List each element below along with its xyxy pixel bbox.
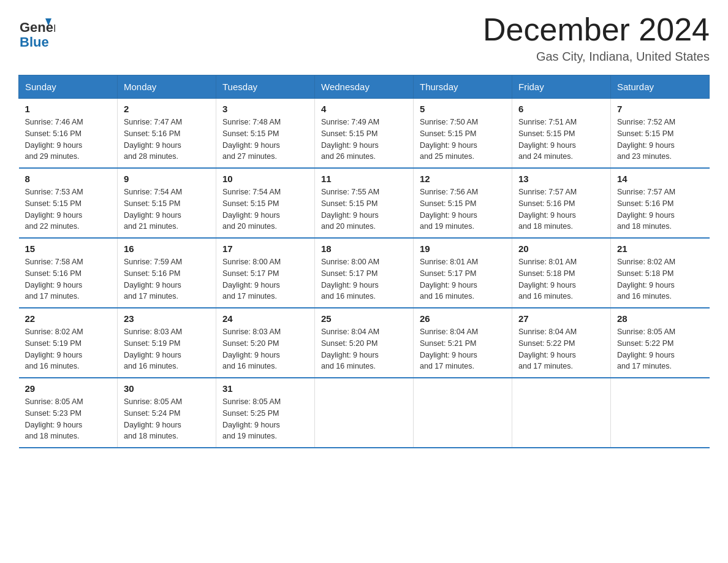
header-friday: Friday xyxy=(512,75,611,99)
month-title: December 2024 xyxy=(483,12,710,47)
day-info: Sunrise: 7:52 AM Sunset: 5:15 PM Dayligh… xyxy=(617,117,703,163)
calendar-cell: 13 Sunrise: 7:57 AM Sunset: 5:16 PM Dayl… xyxy=(512,168,611,238)
day-info: Sunrise: 8:00 AM Sunset: 5:17 PM Dayligh… xyxy=(321,256,407,302)
calendar-cell: 3 Sunrise: 7:48 AM Sunset: 5:15 PM Dayli… xyxy=(216,99,315,169)
calendar-cell: 4 Sunrise: 7:49 AM Sunset: 5:15 PM Dayli… xyxy=(315,99,414,169)
day-number: 9 xyxy=(124,174,210,184)
header-sunday: Sunday xyxy=(19,75,118,99)
week-row-1: 1 Sunrise: 7:46 AM Sunset: 5:16 PM Dayli… xyxy=(19,99,710,169)
day-number: 31 xyxy=(222,383,308,394)
day-number: 25 xyxy=(321,313,407,324)
week-row-5: 29 Sunrise: 8:05 AM Sunset: 5:23 PM Dayl… xyxy=(19,378,710,448)
day-info: Sunrise: 8:05 AM Sunset: 5:25 PM Dayligh… xyxy=(222,396,308,442)
calendar-cell: 20 Sunrise: 8:01 AM Sunset: 5:18 PM Dayl… xyxy=(512,238,611,308)
header-saturday: Saturday xyxy=(611,75,710,99)
day-info: Sunrise: 8:05 AM Sunset: 5:23 PM Dayligh… xyxy=(25,396,112,442)
day-info: Sunrise: 7:54 AM Sunset: 5:15 PM Dayligh… xyxy=(222,186,308,232)
day-number: 28 xyxy=(617,313,703,324)
calendar-cell: 10 Sunrise: 7:54 AM Sunset: 5:15 PM Dayl… xyxy=(216,168,315,238)
day-number: 19 xyxy=(420,243,506,254)
day-info: Sunrise: 8:04 AM Sunset: 5:21 PM Dayligh… xyxy=(420,326,506,372)
calendar-cell: 31 Sunrise: 8:05 AM Sunset: 5:25 PM Dayl… xyxy=(216,378,315,448)
calendar-cell: 9 Sunrise: 7:54 AM Sunset: 5:15 PM Dayli… xyxy=(118,168,216,238)
day-info: Sunrise: 7:53 AM Sunset: 5:15 PM Dayligh… xyxy=(25,186,112,232)
calendar-cell: 1 Sunrise: 7:46 AM Sunset: 5:16 PM Dayli… xyxy=(19,99,118,169)
week-row-4: 22 Sunrise: 8:02 AM Sunset: 5:19 PM Dayl… xyxy=(19,308,710,378)
day-number: 15 xyxy=(25,243,112,254)
calendar-cell: 8 Sunrise: 7:53 AM Sunset: 5:15 PM Dayli… xyxy=(19,168,118,238)
calendar-cell: 2 Sunrise: 7:47 AM Sunset: 5:16 PM Dayli… xyxy=(118,99,216,169)
day-number: 14 xyxy=(617,174,703,184)
day-info: Sunrise: 8:05 AM Sunset: 5:22 PM Dayligh… xyxy=(617,326,703,372)
day-number: 29 xyxy=(25,383,112,394)
day-info: Sunrise: 8:02 AM Sunset: 5:19 PM Dayligh… xyxy=(25,326,112,372)
day-info: Sunrise: 8:03 AM Sunset: 5:19 PM Dayligh… xyxy=(124,326,210,372)
calendar-cell: 26 Sunrise: 8:04 AM Sunset: 5:21 PM Dayl… xyxy=(414,308,512,378)
calendar-cell: 12 Sunrise: 7:56 AM Sunset: 5:15 PM Dayl… xyxy=(414,168,512,238)
day-info: Sunrise: 7:56 AM Sunset: 5:15 PM Dayligh… xyxy=(420,186,506,232)
page-header: General Blue December 2024 Gas City, Ind… xyxy=(18,12,710,64)
location-title: Gas City, Indiana, United States xyxy=(483,50,710,64)
day-number: 13 xyxy=(518,174,604,184)
day-number: 4 xyxy=(321,104,407,114)
day-number: 16 xyxy=(124,243,210,254)
week-row-3: 15 Sunrise: 7:58 AM Sunset: 5:16 PM Dayl… xyxy=(19,238,710,308)
day-number: 8 xyxy=(25,174,112,184)
day-info: Sunrise: 7:50 AM Sunset: 5:15 PM Dayligh… xyxy=(420,117,506,163)
day-info: Sunrise: 8:03 AM Sunset: 5:20 PM Dayligh… xyxy=(222,326,308,372)
calendar-cell: 24 Sunrise: 8:03 AM Sunset: 5:20 PM Dayl… xyxy=(216,308,315,378)
calendar-cell xyxy=(611,378,710,448)
day-number: 18 xyxy=(321,243,407,254)
calendar-cell: 23 Sunrise: 8:03 AM Sunset: 5:19 PM Dayl… xyxy=(118,308,216,378)
calendar-cell: 21 Sunrise: 8:02 AM Sunset: 5:18 PM Dayl… xyxy=(611,238,710,308)
day-info: Sunrise: 7:51 AM Sunset: 5:15 PM Dayligh… xyxy=(518,117,604,163)
day-info: Sunrise: 8:01 AM Sunset: 5:18 PM Dayligh… xyxy=(518,256,604,302)
calendar-table: SundayMondayTuesdayWednesdayThursdayFrid… xyxy=(18,75,710,448)
calendar-cell: 18 Sunrise: 8:00 AM Sunset: 5:17 PM Dayl… xyxy=(315,238,414,308)
calendar-cell: 11 Sunrise: 7:55 AM Sunset: 5:15 PM Dayl… xyxy=(315,168,414,238)
day-number: 17 xyxy=(222,243,308,254)
calendar-cell: 17 Sunrise: 8:00 AM Sunset: 5:17 PM Dayl… xyxy=(216,238,315,308)
calendar-cell: 7 Sunrise: 7:52 AM Sunset: 5:15 PM Dayli… xyxy=(611,99,710,169)
day-number: 21 xyxy=(617,243,703,254)
calendar-cell: 29 Sunrise: 8:05 AM Sunset: 5:23 PM Dayl… xyxy=(19,378,118,448)
day-info: Sunrise: 8:04 AM Sunset: 5:22 PM Dayligh… xyxy=(518,326,604,372)
day-info: Sunrise: 7:55 AM Sunset: 5:15 PM Dayligh… xyxy=(321,186,407,232)
day-number: 6 xyxy=(518,104,604,114)
calendar-cell: 25 Sunrise: 8:04 AM Sunset: 5:20 PM Dayl… xyxy=(315,308,414,378)
day-info: Sunrise: 7:47 AM Sunset: 5:16 PM Dayligh… xyxy=(124,117,210,163)
day-number: 12 xyxy=(420,174,506,184)
calendar-cell: 19 Sunrise: 8:01 AM Sunset: 5:17 PM Dayl… xyxy=(414,238,512,308)
calendar-cell: 14 Sunrise: 7:57 AM Sunset: 5:16 PM Dayl… xyxy=(611,168,710,238)
day-info: Sunrise: 7:58 AM Sunset: 5:16 PM Dayligh… xyxy=(25,256,112,302)
day-number: 23 xyxy=(124,313,210,324)
day-info: Sunrise: 7:54 AM Sunset: 5:15 PM Dayligh… xyxy=(124,186,210,232)
day-number: 11 xyxy=(321,174,407,184)
day-number: 1 xyxy=(25,104,112,114)
title-section: December 2024 Gas City, Indiana, United … xyxy=(483,12,710,64)
calendar-cell xyxy=(414,378,512,448)
day-number: 3 xyxy=(222,104,308,114)
week-row-2: 8 Sunrise: 7:53 AM Sunset: 5:15 PM Dayli… xyxy=(19,168,710,238)
day-number: 27 xyxy=(518,313,604,324)
header-monday: Monday xyxy=(118,75,216,99)
day-number: 26 xyxy=(420,313,506,324)
day-info: Sunrise: 8:01 AM Sunset: 5:17 PM Dayligh… xyxy=(420,256,506,302)
logo-icon: General Blue xyxy=(18,12,55,49)
calendar-cell: 5 Sunrise: 7:50 AM Sunset: 5:15 PM Dayli… xyxy=(414,99,512,169)
day-info: Sunrise: 7:59 AM Sunset: 5:16 PM Dayligh… xyxy=(124,256,210,302)
calendar-cell: 22 Sunrise: 8:02 AM Sunset: 5:19 PM Dayl… xyxy=(19,308,118,378)
calendar-cell: 30 Sunrise: 8:05 AM Sunset: 5:24 PM Dayl… xyxy=(118,378,216,448)
day-number: 22 xyxy=(25,313,112,324)
day-number: 30 xyxy=(124,383,210,394)
calendar-cell xyxy=(315,378,414,448)
logo: General Blue xyxy=(18,12,55,49)
calendar-cell xyxy=(512,378,611,448)
calendar-cell: 16 Sunrise: 7:59 AM Sunset: 5:16 PM Dayl… xyxy=(118,238,216,308)
day-info: Sunrise: 7:57 AM Sunset: 5:16 PM Dayligh… xyxy=(617,186,703,232)
day-number: 7 xyxy=(617,104,703,114)
day-info: Sunrise: 8:05 AM Sunset: 5:24 PM Dayligh… xyxy=(124,396,210,442)
day-number: 24 xyxy=(222,313,308,324)
day-number: 10 xyxy=(222,174,308,184)
header-thursday: Thursday xyxy=(414,75,512,99)
